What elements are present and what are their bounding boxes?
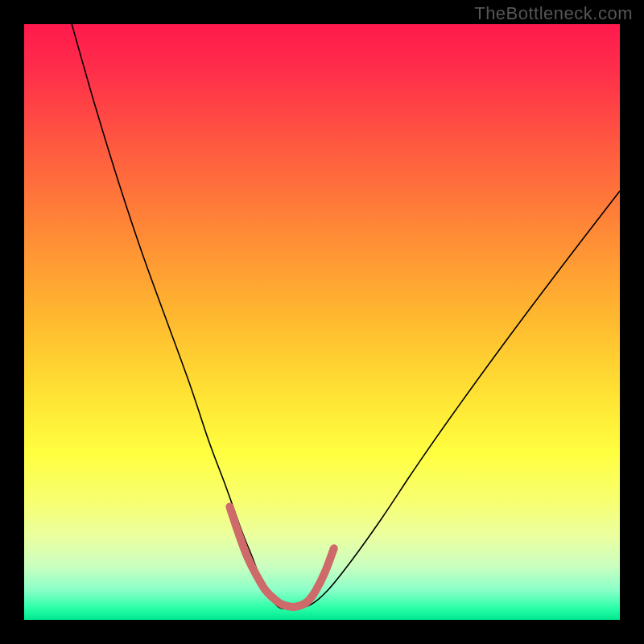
curve-layer xyxy=(24,24,620,620)
plot-area xyxy=(24,24,620,620)
chart-frame: TheBottleneck.com xyxy=(0,0,644,644)
optimal-zone-highlight xyxy=(229,506,334,607)
watermark-text: TheBottleneck.com xyxy=(474,3,633,24)
mismatch-curve xyxy=(72,24,620,609)
